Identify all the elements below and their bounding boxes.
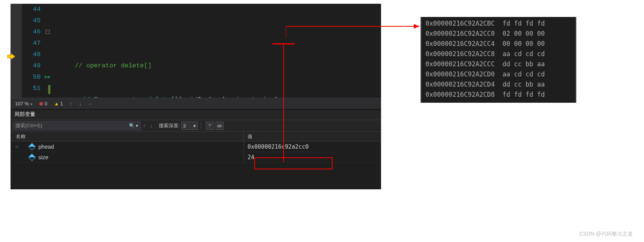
memory-content: 0x00000216C92A2CBC fd fd fd fd 0x0000021… xyxy=(425,18,571,100)
kw-void2: void xyxy=(182,96,198,98)
memory-view[interactable]: 0x00000216C92A2CBC fd fd fd fd 0x0000021… xyxy=(421,17,576,103)
ide-panel: 44 45 46 47 48 49 50 51 − ▶▶ // operator… xyxy=(11,4,381,189)
kw-delete: delete[] xyxy=(148,96,179,98)
locals-panel-title: 局部变量 xyxy=(11,109,381,120)
sp xyxy=(255,96,259,98)
search-icon: 🔍 ▾ xyxy=(129,123,138,128)
watermark: CSDN @代码整洁之道 xyxy=(579,231,633,237)
execution-pointer-icon xyxy=(6,53,17,60)
line-number: 50 xyxy=(22,72,41,83)
kw-void: void xyxy=(75,96,94,98)
variable-icon xyxy=(28,143,36,151)
nav-up-icon[interactable]: ↑ xyxy=(70,101,72,107)
error-num: 0 xyxy=(45,101,47,107)
line-number: 46 xyxy=(22,26,41,38)
line-number: 44 xyxy=(22,4,41,15)
nav-back-icon[interactable]: ← xyxy=(88,101,93,107)
header-value[interactable]: 值 xyxy=(244,132,381,141)
paren-close: ) xyxy=(274,96,278,98)
scope-op: :: xyxy=(105,96,113,98)
star: * xyxy=(197,96,205,98)
type-sizet: size_t xyxy=(232,96,255,98)
locals-toolbar: 搜索(Ctrl+E) 🔍 ▾ ↑ ↓ 搜索深度: 3▾ ⊤ ab xyxy=(11,120,381,132)
variable-icon xyxy=(28,154,36,161)
line-number: 45 xyxy=(22,15,41,26)
svg-marker-1 xyxy=(414,24,420,29)
fold-toggle-icon[interactable]: − xyxy=(46,30,50,34)
run-to-icon[interactable]: ▶▶ xyxy=(45,74,51,80)
table-row[interactable]: size 24 xyxy=(11,152,381,163)
header-name[interactable]: 名称 xyxy=(11,132,244,141)
search-placeholder: 搜索(Ctrl+E) xyxy=(15,122,42,129)
code-editor[interactable]: 44 45 46 47 48 49 50 51 − ▶▶ // operator… xyxy=(11,4,381,98)
warning-icon: ▲ xyxy=(54,101,59,107)
paren: ( xyxy=(178,96,182,98)
code-content[interactable]: // operator delete[] void Foo::operator … xyxy=(52,4,381,98)
class-name: Foo xyxy=(94,96,106,98)
var-name: size xyxy=(38,154,49,160)
depth-value: 3 xyxy=(183,123,186,129)
warn-num: 1 xyxy=(60,101,63,107)
line-number-gutter: 44 45 46 47 48 49 50 51 xyxy=(22,4,44,98)
nav-down-icon[interactable]: ↓ xyxy=(79,101,82,107)
zoom-dropdown[interactable]: 107 % xyxy=(15,101,32,107)
pin-button[interactable]: ⊤ xyxy=(206,122,214,130)
var-name: phead xyxy=(38,143,54,150)
warning-count[interactable]: ▲ 1 xyxy=(54,101,63,107)
line-number: 51 xyxy=(22,83,41,94)
code-comment: // operator delete[] xyxy=(75,62,152,69)
regex-button[interactable]: ab xyxy=(216,122,224,130)
error-count[interactable]: ⊗ 0 xyxy=(39,101,47,107)
search-prev-icon[interactable]: ↑ xyxy=(141,123,148,129)
depth-label: 搜索深度: xyxy=(155,122,181,129)
editor-status-bar: 107 % ⊗ 0 ▲ 1 ↑ ↓ ← xyxy=(11,98,381,109)
separator xyxy=(201,122,201,129)
change-marker xyxy=(48,85,50,94)
line-number: 47 xyxy=(22,38,41,49)
table-row[interactable]: ▷phead 0x00000216c92a2cc0 xyxy=(11,142,381,152)
error-icon: ⊗ xyxy=(39,101,43,107)
fold-gutter[interactable]: − ▶▶ xyxy=(44,4,52,98)
comma: , xyxy=(225,96,232,98)
breakpoint-gutter[interactable] xyxy=(11,4,22,98)
line-number: 48 xyxy=(22,49,41,60)
param-phead: phead xyxy=(205,96,225,98)
param-size: size xyxy=(259,96,275,98)
kw-operator: operator xyxy=(113,96,148,98)
search-input[interactable]: 搜索(Ctrl+E) 🔍 ▾ xyxy=(13,121,141,130)
locals-header-row: 名称 值 xyxy=(11,132,381,142)
var-value: 24 xyxy=(244,152,381,162)
line-number: 49 xyxy=(22,60,41,72)
search-next-icon[interactable]: ↓ xyxy=(148,123,155,129)
depth-dropdown[interactable]: 3▾ xyxy=(181,122,198,130)
expand-icon[interactable]: ▷ xyxy=(16,144,20,149)
locals-table: 名称 值 ▷phead 0x00000216c92a2cc0 size 24 xyxy=(11,132,381,189)
svg-marker-0 xyxy=(8,53,15,59)
var-value: 0x00000216c92a2cc0 xyxy=(244,142,381,152)
